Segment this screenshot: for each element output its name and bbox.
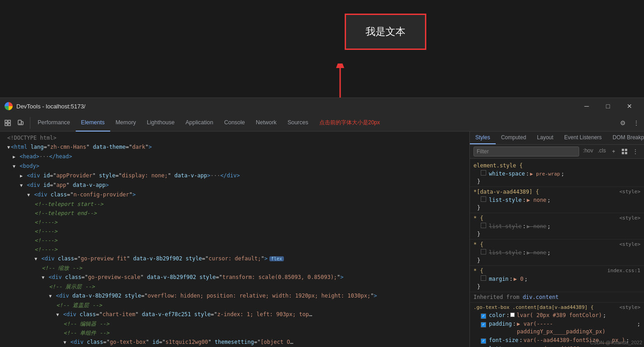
dom-line[interactable]: ▼ <div class="go-text-box" id="s1tquic12… <box>0 337 299 347</box>
dom-line[interactable]: ▼ <div class="n-config-provider"> <box>0 190 469 200</box>
tab-sources[interactable]: Sources <box>282 114 314 132</box>
dom-line[interactable]: <!----> <box>0 245 469 254</box>
tab-application[interactable]: Application <box>180 114 219 132</box>
style-rule-data-attr: *[data-v-aad44389] { <style> list-style … <box>470 187 644 213</box>
inherited-header: Inherited from div.content <box>470 292 644 303</box>
dom-line[interactable]: ▼ <div class="chart-item" data-v-ef78c25… <box>0 310 317 319</box>
dom-line[interactable]: <!-- 缩放 --> <box>0 264 469 273</box>
styles-tabs: Styles Computed Layout Event Listeners D… <box>470 132 644 145</box>
svg-rect-10 <box>625 149 627 151</box>
tab-layout[interactable]: Layout <box>532 132 559 144</box>
property-checkbox[interactable] <box>481 249 486 254</box>
style-rule-element: element.style { white-space : ▶ pre-wrap… <box>470 161 644 187</box>
tab-console[interactable]: Console <box>219 114 250 132</box>
svg-rect-11 <box>622 152 624 154</box>
hov-button[interactable]: :hov <box>581 147 595 156</box>
inspect-icon[interactable] <box>2 117 14 129</box>
dom-line[interactable]: <!-- 单组件 --> <box>0 328 469 337</box>
elements-panel[interactable]: <!DOCTYPE html> ▼<html lang="zh-cmn-Hans… <box>0 132 469 347</box>
more-styles-icon[interactable]: ⋮ <box>630 147 640 156</box>
dom-line[interactable]: <!----> <box>0 218 469 227</box>
preview-text: 我是文本 <box>366 25 405 39</box>
preview-box: 我是文本 <box>345 14 426 50</box>
dom-line[interactable]: ▼ <body> <box>0 161 469 171</box>
style-property: white-space : ▶ pre-wrap ; <box>473 170 640 178</box>
svg-rect-4 <box>5 123 7 126</box>
tab-memory[interactable]: Memory <box>110 114 141 132</box>
tab-styles[interactable]: Styles <box>470 132 496 144</box>
property-checkbox-checked[interactable]: ✓ <box>481 322 486 327</box>
toolbar-right-icons: ⚙ ⋮ <box>613 117 642 129</box>
toolbar-icons <box>2 117 30 129</box>
devtools-titlebar: DevTools - localhost:5173/ ─ □ ✕ <box>0 98 644 114</box>
devtools-window: DevTools - localhost:5173/ ─ □ ✕ <box>0 98 644 347</box>
settings-icon[interactable]: ⚙ <box>617 117 629 129</box>
style-property-color: ✓ color : lvar( 20px #389 fontColor) ; <box>473 311 640 320</box>
dom-line[interactable]: ▶ <head>···</head> <box>0 152 469 161</box>
rule-selector: * { <style> <box>473 215 640 221</box>
style-property-padding: ✓ padding : ▶ var(-----paddingY_px____pa… <box>473 320 640 336</box>
browser-preview-area: 我是文本 <box>0 0 644 98</box>
style-property: list-style : ▶ none ; <box>473 196 640 205</box>
property-checkbox[interactable] <box>481 275 486 281</box>
tab-performance[interactable]: Performance <box>32 114 76 132</box>
devtools-tabs: Performance Elements Memory Lighthouse A… <box>32 114 613 132</box>
titlebar-left: DevTools - localhost:5173/ <box>5 102 576 110</box>
dom-line[interactable]: ▼ <div class="go-preview-scale" data-v-8… <box>0 273 469 282</box>
svg-rect-2 <box>5 120 7 122</box>
dom-line[interactable]: <!--teleport end--> <box>0 209 469 218</box>
chrome-icon <box>5 102 13 110</box>
tab-elements[interactable]: Elements <box>76 114 110 132</box>
arrow-overlay <box>317 64 363 99</box>
styles-content[interactable]: element.style { white-space : ▶ pre-wrap… <box>470 159 644 347</box>
styles-panel: Styles Computed Layout Event Listeners D… <box>469 132 644 347</box>
tab-computed[interactable]: Computed <box>496 132 532 144</box>
filter-input[interactable] <box>473 147 579 156</box>
property-checkbox-checked[interactable]: ✓ <box>481 338 486 344</box>
cls-button[interactable]: .cls <box>596 147 608 156</box>
svg-rect-9 <box>622 149 624 151</box>
devtools-toolbar: Performance Elements Memory Lighthouse A… <box>0 114 644 132</box>
tab-event-listeners[interactable]: Event Listeners <box>559 132 607 144</box>
svg-rect-12 <box>625 152 627 154</box>
rule-selector: *[data-v-aad44389] { <style> <box>473 189 640 195</box>
close-button[interactable]: ✕ <box>619 98 639 114</box>
rule-selector: .go-text-box .content[data[v-aad44389] {… <box>473 304 640 310</box>
layout-icon[interactable] <box>620 147 629 156</box>
pseudo-buttons: :hov .cls + ⋮ <box>581 147 640 156</box>
preview-area: 我是文本 <box>317 23 426 50</box>
dom-line[interactable]: ▼ <div class="go-preview fit" data-v-8b2… <box>0 254 469 264</box>
dom-line[interactable]: ▼<html lang="zh-cmn-Hans" data-theme="da… <box>0 142 469 152</box>
tab-network[interactable]: Network <box>250 114 282 132</box>
tab-lighthouse[interactable]: Lighthouse <box>141 114 180 132</box>
dom-line[interactable]: <!----> <box>0 236 469 245</box>
add-rule-icon[interactable]: + <box>609 147 619 156</box>
dom-line[interactable]: ▶ <div id="appProvider" style="display: … <box>0 171 469 181</box>
tab-hint: 点击前的字体大小是20px <box>314 114 385 132</box>
svg-rect-7 <box>21 122 23 125</box>
devtools-title: DevTools - localhost:5173/ <box>16 103 85 110</box>
dom-line[interactable]: ▼ <div id="app" data-v-app> <box>0 181 469 190</box>
property-checkbox-checked[interactable]: ✓ <box>481 313 486 319</box>
color-swatch[interactable] <box>510 313 515 317</box>
maximize-button[interactable]: □ <box>598 98 618 114</box>
property-checkbox[interactable] <box>481 170 486 176</box>
rule-selector: * { <style> <box>473 241 640 248</box>
minimize-button[interactable]: ─ <box>576 98 597 114</box>
dom-line[interactable]: <!-- 遮盖层 --> <box>0 301 469 310</box>
property-checkbox[interactable] <box>481 223 486 228</box>
device-icon[interactable] <box>15 117 26 129</box>
svg-rect-3 <box>8 120 10 122</box>
property-checkbox[interactable] <box>481 196 486 202</box>
dom-line[interactable]: <!--teleport start--> <box>0 200 469 209</box>
dom-line[interactable]: <!-- 展示层 --> <box>0 282 469 291</box>
tab-dom-breakpoints[interactable]: DOM Breakpoints <box>607 132 644 144</box>
dom-line[interactable]: <!-- 编辑器 --> <box>0 319 469 328</box>
more-icon[interactable]: ⋮ <box>630 117 642 129</box>
titlebar-controls: ─ □ ✕ <box>576 98 639 114</box>
style-property: margin : ▶ 0 ; <box>473 275 640 283</box>
dom-line[interactable]: <!----> <box>0 227 469 236</box>
style-property-strikethrough: list-style : ▶ none ; <box>473 249 640 257</box>
dom-line[interactable]: ▼ <div data-v-8b29f902 style="overflow: … <box>0 291 469 301</box>
rule-selector: * { index.css:1 <box>473 268 640 274</box>
